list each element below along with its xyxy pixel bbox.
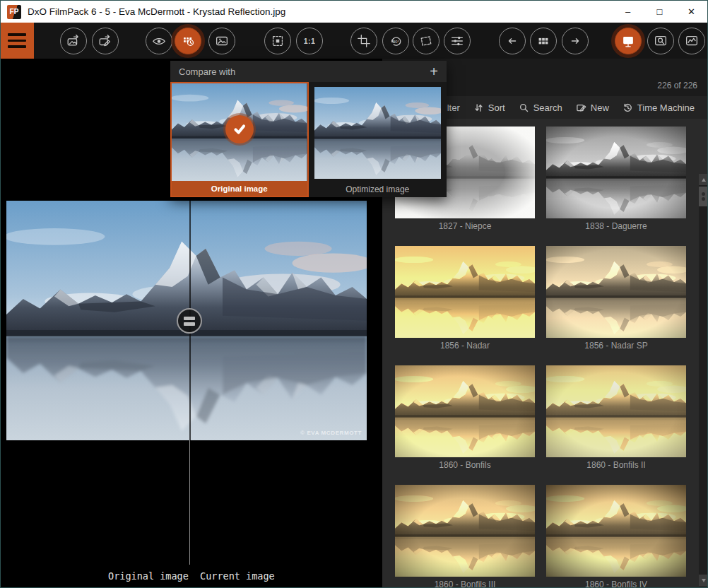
preset-thumbnail[interactable] — [546, 127, 686, 218]
image-view-button[interactable] — [208, 28, 235, 54]
compare-popup-title: Compare with — [179, 66, 235, 77]
selected-check-icon — [225, 115, 254, 143]
photo-watermark: © EVA MCDERMOTT — [300, 430, 362, 436]
presets-count: 226 of 226 — [657, 81, 697, 90]
search-button[interactable]: Search — [519, 102, 562, 113]
scrollbar[interactable] — [699, 174, 708, 586]
rotate-90-button[interactable]: 90° — [382, 28, 409, 54]
current-image-label: Current image — [200, 570, 275, 582]
thumbnail-grid-button[interactable] — [530, 28, 557, 54]
minimize-button[interactable]: – — [612, 1, 644, 23]
fit-screen-button[interactable] — [264, 28, 291, 54]
add-compare-button[interactable]: + — [430, 64, 438, 78]
preset-item[interactable]: 1860 - Bonfils III — [395, 485, 535, 588]
export-to-editor-button[interactable] — [92, 28, 119, 54]
time-machine-icon — [623, 102, 633, 113]
crop-button[interactable] — [350, 28, 377, 54]
preset-item[interactable]: 1860 - Bonfils — [395, 365, 535, 471]
app-logo: FP — [7, 5, 21, 19]
compare-option-optimized[interactable]: Optimized image — [309, 82, 447, 197]
scroll-thumb[interactable] — [699, 187, 708, 206]
toolbar: 1:1 90° — [1, 23, 707, 59]
preset-thumbnail[interactable] — [546, 485, 686, 577]
image-search-icon — [653, 33, 668, 49]
scroll-down-button[interactable] — [699, 575, 708, 586]
preset-item[interactable]: 1860 - Bonfils II — [546, 365, 686, 471]
window-title: DxO FilmPack 6 - 5 - Eva McDermott - Kry… — [28, 6, 285, 17]
preset-thumbnail[interactable] — [395, 365, 535, 457]
photo-canvas[interactable]: © EVA MCDERMOTT — [6, 201, 367, 440]
export-edit-icon — [98, 33, 113, 49]
compare-split-handle[interactable] — [177, 308, 202, 334]
grid-icon — [536, 33, 551, 49]
arrow-left-icon — [505, 33, 520, 49]
arrow-right-icon — [567, 33, 583, 49]
compare-option-label-bar: Original image — [172, 181, 307, 196]
preset-thumbnail[interactable] — [546, 246, 686, 338]
preset-item[interactable]: 1856 - Nadar SP — [546, 246, 686, 352]
preset-label: 1827 - Niepce — [395, 221, 535, 233]
titlebar: FP DxO FilmPack 6 - 5 - Eva McDermott - … — [1, 1, 707, 23]
preset-item[interactable]: 1856 - Nadar — [395, 246, 535, 352]
preset-label: 1860 - Bonfils III — [395, 580, 535, 588]
compare-with-button[interactable] — [175, 28, 201, 54]
preset-thumbnail[interactable] — [395, 485, 535, 577]
preset-label: 1860 - Bonfils — [395, 460, 535, 471]
preview-toggle-button[interactable] — [146, 28, 172, 54]
sliders-icon — [449, 33, 465, 49]
preset-item[interactable]: 1860 - Bonfils IV — [546, 485, 686, 588]
export-image-icon — [66, 33, 81, 49]
compare-split-line-extension — [189, 440, 190, 565]
fit-screen-icon — [270, 33, 285, 49]
loupe-button[interactable] — [647, 28, 674, 54]
display-mode-button[interactable] — [615, 28, 642, 54]
preset-label: 1856 - Nadar SP — [546, 341, 686, 352]
previous-image-button[interactable] — [499, 28, 526, 54]
compare-popup-header: Compare with + — [170, 61, 447, 82]
monitor-icon — [620, 33, 636, 49]
fine-tuning-button[interactable] — [444, 28, 471, 54]
histogram-button[interactable] — [678, 28, 705, 54]
crop-icon — [356, 33, 372, 49]
maximize-button[interactable]: □ — [644, 1, 675, 23]
compare-option-original[interactable]: Original image — [170, 82, 309, 197]
preset-thumbnail[interactable] — [395, 246, 535, 338]
search-icon — [519, 102, 529, 113]
perspective-button[interactable] — [413, 28, 439, 54]
scroll-up-button[interactable] — [699, 174, 708, 185]
zoom-1-1-icon: 1:1 — [304, 37, 316, 45]
preset-item[interactable]: 1838 - Daguerre — [546, 127, 686, 233]
export-image-button[interactable] — [60, 28, 87, 54]
original-image-label: Original image — [108, 570, 189, 582]
next-image-button[interactable] — [562, 28, 589, 54]
perspective-icon — [418, 33, 434, 49]
app-window: FP DxO FilmPack 6 - 5 - Eva McDermott - … — [0, 0, 708, 588]
new-preset-icon — [576, 102, 586, 113]
rotate-90-icon: 90° — [388, 33, 403, 49]
svg-text:90°: 90° — [393, 39, 400, 43]
image-icon — [214, 33, 230, 49]
eye-icon — [151, 33, 167, 49]
zoom-1-1-button[interactable]: 1:1 — [296, 28, 323, 54]
compare-presets-icon — [180, 33, 196, 49]
close-button[interactable]: ✕ — [675, 1, 707, 23]
preset-label: 1838 - Daguerre — [546, 221, 686, 233]
compare-with-popup: Compare with + Original image — [170, 61, 447, 197]
histogram-icon — [684, 33, 700, 49]
preset-label: 1856 - Nadar — [395, 341, 535, 352]
preset-label: 1860 - Bonfils II — [546, 460, 686, 471]
sort-arrows-icon — [473, 102, 484, 113]
menu-button[interactable] — [1, 23, 34, 59]
sort-button[interactable]: Sort — [473, 102, 505, 113]
preset-label: 1860 - Bonfils IV — [546, 580, 686, 588]
time-machine-button[interactable]: Time Machine — [623, 102, 695, 113]
new-preset-button[interactable]: New — [576, 102, 609, 113]
preset-thumbnail[interactable] — [546, 365, 686, 457]
